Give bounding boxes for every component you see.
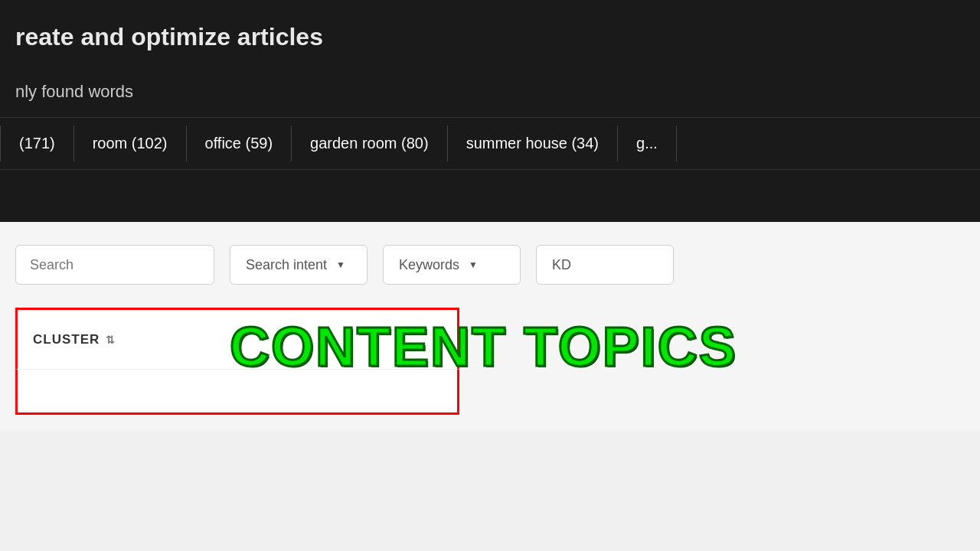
filter-row: Search intent ▼ Keywords ▼ KD <box>15 245 965 285</box>
tag-item[interactable]: office (59) <box>187 126 292 161</box>
tag-item[interactable]: garden room (80) <box>292 126 448 161</box>
chevron-down-icon: ▼ <box>469 259 478 270</box>
tag-item[interactable]: g... <box>618 126 677 161</box>
top-dark-section: reate and optimize articles nly found wo… <box>0 0 980 222</box>
tags-row: (171) room (102) office (59) garden room… <box>0 117 980 170</box>
light-section: Search intent ▼ Keywords ▼ KD CLUSTER ⇅ … <box>0 222 980 430</box>
kd-label: KD <box>552 257 571 273</box>
keywords-label: Keywords <box>399 257 459 273</box>
tag-item[interactable]: room (102) <box>74 126 187 161</box>
search-intent-label: Search intent <box>246 257 327 273</box>
tag-item[interactable]: (171) <box>0 126 74 161</box>
search-input[interactable] <box>15 245 214 285</box>
search-intent-dropdown[interactable]: Search intent ▼ <box>230 245 368 285</box>
cluster-label: CLUSTER <box>33 332 100 347</box>
keywords-dropdown[interactable]: Keywords ▼ <box>383 245 521 285</box>
tag-item[interactable]: summer house (34) <box>448 126 618 161</box>
overlay-content-topics: CONTENT TOPICS <box>230 315 737 378</box>
subtitle: nly found words <box>0 59 980 117</box>
chevron-down-icon: ▼ <box>336 259 345 270</box>
sort-icon[interactable]: ⇅ <box>106 334 116 346</box>
cluster-column-header: CLUSTER ⇅ <box>33 332 116 347</box>
kd-filter[interactable]: KD <box>536 245 674 285</box>
table-section: CLUSTER ⇅ CONTENT TOPICS <box>15 308 965 415</box>
page-title: reate and optimize articles <box>0 15 980 59</box>
